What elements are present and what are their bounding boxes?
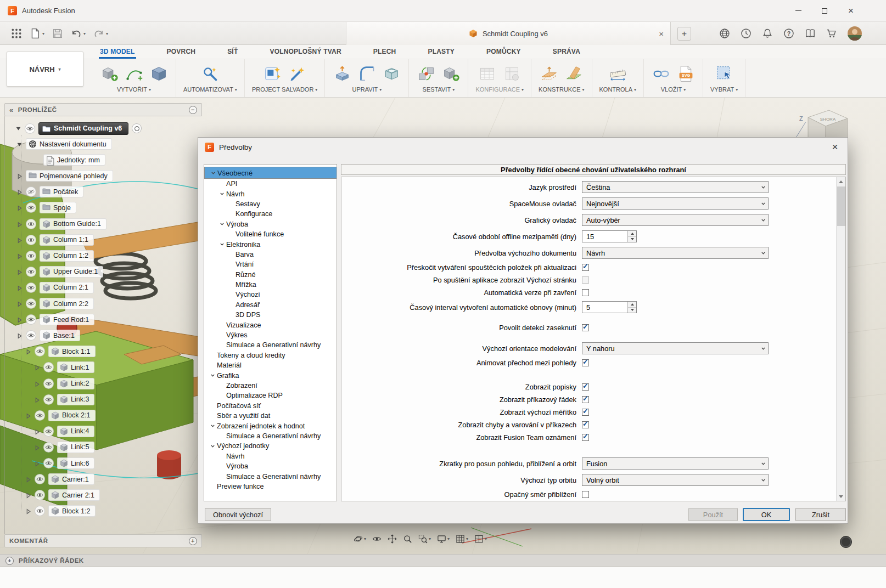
browser-item-column-1-1[interactable]: Column 1:1 — [16, 234, 94, 246]
browser-item-chip[interactable]: Počátek — [40, 186, 83, 197]
browser-item-chip[interactable]: Block 2:1 — [48, 410, 96, 421]
visibility-eye-icon[interactable] — [26, 298, 36, 309]
browser-item-link-4[interactable]: Link:4 — [34, 426, 94, 437]
help-icon[interactable]: ? — [783, 28, 794, 39]
checkbox-zobrazit-fusion-team-oznameni[interactable] — [582, 434, 589, 441]
insert-svg-icon[interactable]: SVG — [676, 64, 696, 83]
browser-item-chip[interactable]: Upper Guide:1 — [40, 266, 103, 278]
browser-item-chip[interactable]: Block 1:1 — [48, 346, 96, 357]
checkbox-animovat-prechod-mezi-pohledy[interactable] — [582, 359, 589, 366]
spinner-arrows[interactable] — [627, 302, 636, 313]
ok-button[interactable]: OK — [743, 508, 790, 521]
new-component-icon[interactable] — [441, 64, 461, 83]
ribbon-group-dropdown-automatizovat[interactable]: AUTOMATIZOVAT▾ — [183, 86, 237, 93]
visibility-eye-icon[interactable] — [26, 251, 36, 261]
visibility-eye-icon[interactable] — [35, 410, 45, 421]
pref-tree-volitelne-funkce[interactable]: Volitelné funkce — [204, 229, 337, 239]
fillet-icon[interactable] — [357, 64, 377, 83]
browser-item-block-2-1[interactable]: Block 2:1 — [25, 410, 96, 421]
browser-item-chip[interactable]: Link:1 — [57, 361, 94, 373]
browser-item-carrier-2-1[interactable]: Carrier 2:1 — [25, 489, 100, 501]
visibility-eye-icon[interactable] — [35, 474, 45, 484]
joint-icon[interactable] — [416, 64, 436, 83]
zoom-window-icon[interactable]: ▾ — [417, 533, 432, 545]
checkbox-zobrazit-vychozi-meritko[interactable] — [582, 409, 589, 416]
command-line-panel[interactable]: + PŘÍKAZOVÝ ŘÁDEK — [0, 554, 886, 567]
visibility-eye-icon[interactable] — [35, 490, 45, 500]
pan-icon[interactable] — [386, 533, 398, 545]
pref-tree-preview-funkce[interactable]: Preview funkce — [204, 482, 337, 491]
workspace-selector[interactable]: NÁVRH ▾ — [7, 52, 83, 87]
expand-arrow-icon[interactable] — [34, 460, 40, 466]
expand-plus-icon[interactable]: + — [5, 557, 14, 565]
browser-item-spoje[interactable]: Spoje — [16, 202, 76, 213]
panel-plus-icon[interactable]: + — [189, 537, 197, 545]
viewports-icon[interactable]: ▾ — [473, 533, 488, 545]
ribbon-group-dropdown-kontrola[interactable]: KONTROLA▾ — [599, 86, 637, 93]
look-at-icon[interactable] — [371, 533, 383, 545]
spinner-down-icon[interactable] — [628, 237, 636, 242]
ribbon-group-dropdown-konfigurace[interactable]: KONFIGURACE▾ — [475, 86, 524, 93]
chevron-down-icon[interactable] — [758, 198, 768, 209]
browser-item-carrier-1[interactable]: Carrier:1 — [25, 473, 94, 485]
ribbon-tab-volnoplosny-tvar[interactable]: VOLNOPLOŠNÝ TVAR — [268, 46, 342, 59]
scroll-up-arrow-icon[interactable] — [837, 177, 845, 186]
ribbon-group-dropdown-upravit[interactable]: UPRAVIT▾ — [352, 86, 382, 93]
visibility-eye-icon[interactable] — [35, 346, 45, 357]
pref-tree-pocitacova-sit[interactable]: Počítačová síť — [204, 401, 337, 411]
new-component-icon[interactable] — [99, 64, 119, 83]
browser-item-chip[interactable]: Link:5 — [57, 442, 94, 453]
pref-tree-navrh[interactable]: Návrh — [204, 451, 337, 461]
apply-button[interactable]: Použít — [688, 508, 738, 521]
browser-item-chip[interactable]: Carrier:1 — [48, 473, 94, 485]
insert-mcmaster-icon[interactable] — [651, 64, 671, 83]
pref-tree-zobrazeni[interactable]: Zobrazení — [204, 381, 337, 391]
browser-item-pocatek[interactable]: Počátek — [16, 186, 83, 197]
browser-item-chip[interactable]: Jednotky: mm — [43, 154, 105, 166]
expand-arrow-icon[interactable] — [16, 221, 23, 227]
visibility-eye-icon[interactable] — [25, 123, 35, 134]
globe-icon[interactable] — [719, 28, 730, 39]
expand-arrow-icon[interactable] — [34, 428, 40, 434]
spinner-casovy-interval-vytvoreni-automaticke-obnovy-minut[interactable]: 5 — [582, 301, 637, 313]
pref-tree-konfigurace[interactable]: Konfigurace — [204, 209, 337, 219]
spinner-arrows[interactable] — [627, 231, 636, 242]
expand-arrow-icon[interactable] — [16, 269, 23, 275]
dialog-titlebar[interactable]: F Předvolby × — [198, 138, 848, 156]
pref-tree-grafika[interactable]: Grafika — [204, 370, 337, 380]
checkbox-preskocit-vytvareni-spoustecich-polozek-pri-aktualizaci[interactable] — [582, 264, 589, 271]
checkbox-zobrazit-prikazovy-radek[interactable] — [582, 396, 589, 403]
pref-tree-3d-dps[interactable]: 3D DPS — [204, 310, 337, 320]
ribbon-group-dropdown-konstrukce[interactable]: KONSTRUKCE▾ — [539, 86, 584, 93]
pref-tree-sber-a-vyuziti-dat[interactable]: Sběr a využití dat — [204, 411, 337, 421]
dropdown-caret-icon[interactable]: ▾ — [106, 31, 108, 36]
measure-icon[interactable] — [608, 64, 627, 83]
visibility-eye-icon[interactable] — [26, 186, 36, 197]
assistant-icon[interactable] — [840, 536, 852, 548]
pref-tree-mrizka[interactable]: Mřížka — [204, 280, 337, 290]
expand-arrow-icon[interactable] — [16, 237, 23, 243]
salvador-b-icon[interactable] — [287, 64, 307, 83]
browser-item-chip[interactable]: Column 1:2 — [40, 250, 94, 262]
pref-tree-navrh[interactable]: Návrh — [204, 189, 337, 199]
browser-item-column-2-1[interactable]: Column 2:1 — [16, 282, 94, 293]
browser-item-link-1[interactable]: Link:1 — [34, 361, 94, 373]
visibility-eye-icon[interactable] — [26, 330, 36, 341]
pref-tree-vrtani[interactable]: Vrtání — [204, 259, 337, 269]
automate-icon[interactable] — [200, 64, 220, 83]
scrollbar[interactable] — [836, 177, 845, 501]
expand-arrow-icon[interactable] — [16, 141, 23, 147]
activate-radio-icon[interactable] — [132, 123, 142, 133]
pref-tree-optimalizace-rdp[interactable]: Optimalizace RDP — [204, 391, 337, 400]
pref-tree-simulace-a-generativni-navrhy[interactable]: Simulace a Generativní návrhy — [204, 431, 337, 441]
ribbon-group-dropdown-vytvorit[interactable]: VYTVOŘIT▾ — [117, 86, 151, 93]
display-settings-icon[interactable]: ▾ — [436, 533, 451, 545]
sketch-icon[interactable] — [124, 64, 144, 83]
pref-tree-elektronika[interactable]: Elektronika — [204, 239, 337, 249]
browser-item-chip[interactable]: Carrier 2:1 — [48, 489, 100, 501]
comment-panel[interactable]: KOMENTÁŘ + — [4, 534, 202, 547]
pref-tree-vizualizace[interactable]: Vizualizace — [204, 320, 337, 330]
browser-item-chip[interactable]: Block 1:2 — [48, 505, 96, 517]
pref-tree-vykres[interactable]: Výkres — [204, 330, 337, 340]
scroll-thumb[interactable] — [837, 186, 845, 226]
